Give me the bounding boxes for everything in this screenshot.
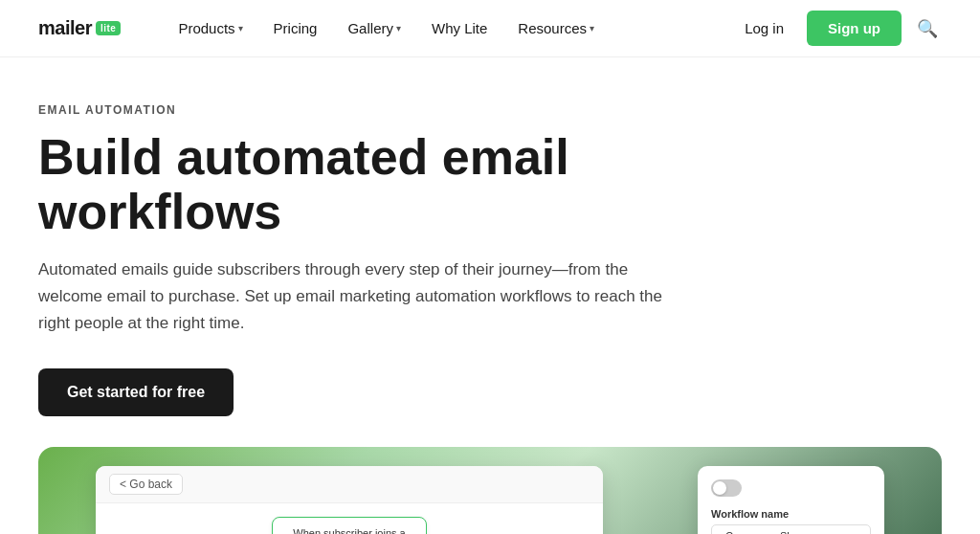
cta-button[interactable]: Get started for free <box>38 368 234 416</box>
demo-window: < Go back When subscriber joins a group … <box>96 466 603 534</box>
hero-title: Build automated email workflows <box>38 130 679 239</box>
nav-links: Products ▾ Pricing Gallery ▾ Why Lite Re… <box>167 12 733 44</box>
logo-text: mailer <box>38 17 92 39</box>
demo-canvas: When subscriber joins a group New Subscr… <box>96 503 603 534</box>
workflow-toggle[interactable] <box>711 479 742 497</box>
panel-toggle-row <box>711 479 871 497</box>
chevron-down-icon: ▾ <box>238 23 243 33</box>
nav-actions: Log in Sign up 🔍 <box>733 11 942 46</box>
hero-section: EMAIL AUTOMATION Build automated email w… <box>0 57 718 447</box>
login-button[interactable]: Log in <box>733 12 795 44</box>
logo[interactable]: mailer lite <box>38 17 121 39</box>
chevron-down-icon: ▾ <box>590 23 594 33</box>
logo-badge: lite <box>96 21 121 35</box>
nav-item-resources[interactable]: Resources ▾ <box>506 12 606 44</box>
eyebrow-label: EMAIL AUTOMATION <box>38 103 679 117</box>
nav-item-pricing[interactable]: Pricing <box>262 12 329 44</box>
workflow-node: When subscriber joins a group New Subscr… <box>272 517 426 534</box>
nav-item-products[interactable]: Products ▾ <box>167 12 254 44</box>
chevron-down-icon: ▾ <box>396 23 401 33</box>
workflow-name-input[interactable]: eCommerce Shop <box>711 524 871 534</box>
demo-panel: Workflow name eCommerce Shop Workflow tr… <box>698 466 884 534</box>
toggle-thumb <box>713 481 726 495</box>
hero-description: Automated emails guide subscribers throu… <box>38 256 679 337</box>
nav-item-gallery[interactable]: Gallery ▾ <box>336 12 412 44</box>
workflow-name-label: Workflow name <box>711 508 871 520</box>
demo-section: < Go back When subscriber joins a group … <box>38 447 942 534</box>
back-button[interactable]: < Go back <box>109 474 183 495</box>
navbar: mailer lite Products ▾ Pricing Gallery ▾… <box>0 0 980 57</box>
demo-toolbar: < Go back <box>96 466 603 503</box>
search-icon[interactable]: 🔍 <box>913 14 942 43</box>
signup-button[interactable]: Sign up <box>807 11 902 46</box>
nav-item-whylite[interactable]: Why Lite <box>420 12 499 44</box>
